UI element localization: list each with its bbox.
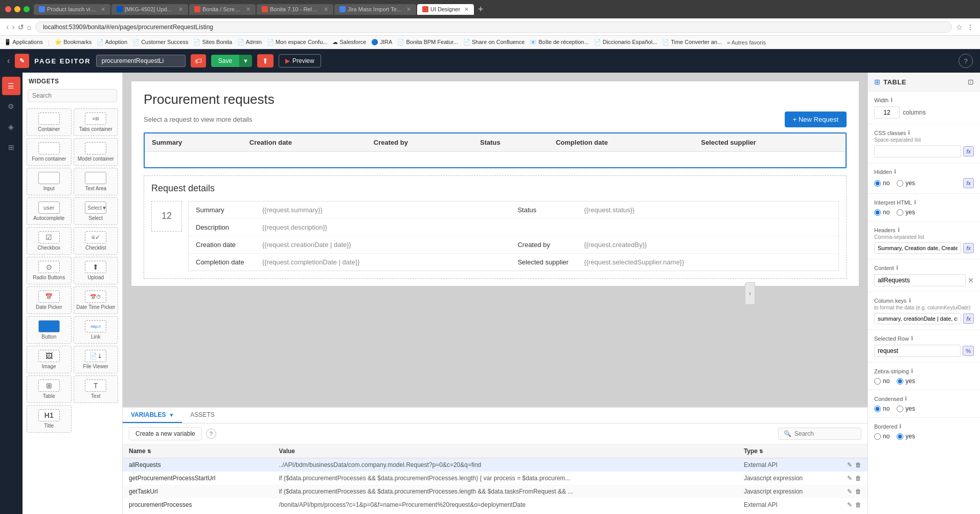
widget-text[interactable]: T Text [74,375,119,403]
sidebar-btn-3[interactable]: ◈ [2,118,20,136]
widget-date-picker[interactable]: 📅 Date Picker [27,286,72,314]
save-dropdown-button[interactable]: ▼ [239,55,252,67]
browser-tab-3[interactable]: Bonita / Screenshots ✕ [189,4,256,15]
selected-row-percent-button[interactable]: % [963,346,974,356]
traffic-light-yellow[interactable] [14,6,20,12]
widget-autocomplete[interactable]: user Autocomplete [27,197,72,225]
variables-col-type[interactable]: Type ⇅ [738,444,868,458]
css-fx-button[interactable]: fx [963,146,974,157]
delete-button-3[interactable]: 🗑 [855,501,861,508]
bookmark-adoption[interactable]: 📄 Adoption [97,39,127,46]
variables-tab-dropdown-icon[interactable]: ▼ [169,412,174,418]
interpret-html-no-radio[interactable] [874,209,881,216]
variables-col-name[interactable]: Name ⇅ [123,444,273,458]
url-bar[interactable]: localhost:53909/bonita/#/en/pages/procur… [35,21,952,33]
widget-radio-buttons[interactable]: ⊙ Radio Buttons [27,257,72,284]
content-clear-button[interactable]: ✕ [968,276,974,284]
widget-button[interactable]: Button [27,316,72,344]
widget-select[interactable]: Select▼ Select [74,197,119,225]
zebra-yes-radio[interactable] [897,378,903,385]
interpret-html-yes-radio[interactable] [897,209,903,216]
widget-input[interactable]: Input [27,168,72,195]
hidden-yes-radio[interactable] [897,180,903,187]
variables-tab-variables[interactable]: VARIABLES ▼ [123,408,182,423]
widget-tabs-container[interactable]: ≡⊞ Tabs container [74,108,119,136]
bookmark-bookmarks[interactable]: ⭐ Bookmarks [55,39,92,46]
sidebar-btn-active[interactable]: ☰ [2,77,20,95]
zebra-no-radio[interactable] [874,378,881,385]
nav-home[interactable]: ⌂ [27,23,31,31]
widget-model-container[interactable]: Model container [74,138,119,166]
bookmark-share-confluence[interactable]: 📄 Share on Confluence [463,39,525,46]
bookmark-sites-bonita[interactable]: 📄 Sites Bonita [193,39,232,46]
selected-row-input[interactable] [874,345,961,357]
widget-file-viewer[interactable]: 📄⤓ File Viewer [74,346,119,373]
variables-tab-assets[interactable]: ASSETS [182,408,222,423]
bookmark-salesforce[interactable]: ☁ Salesforce [332,39,366,46]
bookmark-boite[interactable]: 📧 Boîte de réception... [530,39,589,46]
export-button[interactable]: ⬆ [257,54,274,68]
new-request-button[interactable]: + New Request [785,111,847,127]
page-name-input[interactable] [96,55,186,67]
collapse-right-panel-button[interactable]: › [745,282,755,305]
browser-tab-1[interactable]: Product launch visibility - Goog... ✕ [34,4,110,15]
sidebar-btn-4[interactable]: ⊞ [2,138,20,157]
help-button[interactable]: ? [959,54,973,68]
save-button[interactable]: Save [211,55,239,67]
tag-button[interactable]: 🏷 [191,54,206,68]
widget-checklist[interactable]: ≡✓ Checklist [74,227,119,255]
column-keys-input[interactable] [874,313,961,324]
widget-upload[interactable]: ⬆ Upload [74,257,119,284]
widget-link[interactable]: http:// Link [74,316,119,344]
browser-tab-2[interactable]: [MKG-4502] Update Sourcefor... ✕ [111,4,188,15]
widget-date-time-picker[interactable]: 📅⏱ Date Time Picker [74,286,119,314]
column-keys-fx-button[interactable]: fx [963,314,974,324]
browser-settings[interactable]: ⋮ [967,23,974,31]
bookmark-more[interactable]: » Autres favoris [727,39,766,46]
delete-button-0[interactable]: 🗑 [855,461,861,468]
delete-button-1[interactable]: 🗑 [855,475,861,482]
bordered-yes-radio[interactable] [897,433,903,440]
edit-button-0[interactable]: ✎ [847,461,852,468]
create-variable-button[interactable]: Create a new variable [129,427,202,440]
bookmark-diccionario[interactable]: 📄 Diccionario Español... [594,39,657,46]
widgets-search-input[interactable] [28,89,117,102]
headers-input[interactable] [874,242,961,254]
headers-fx-button[interactable]: fx [963,243,974,253]
bookmark-bonita-bpm[interactable]: 📄 Bonita BPM Featur... [397,39,458,46]
nav-refresh[interactable]: ↺ [18,23,24,31]
hidden-no-radio[interactable] [874,180,881,187]
traffic-light-red[interactable] [5,6,11,12]
bookmark-customer-success[interactable]: 📄 Customer Success [132,39,188,46]
widget-title[interactable]: H1 Title [27,405,72,433]
browser-tab-4[interactable]: Bonita 7.10 - Release notes ✕ [257,4,333,15]
hidden-fx-button[interactable]: fx [963,178,974,188]
widget-table[interactable]: ⊞ Table [27,375,72,403]
bookmark-jira[interactable]: 🔵 JIRA [371,39,392,46]
bookmark-mon-espace[interactable]: 📄 Mon espace Confu... [267,39,328,46]
bookmark-applications[interactable]: 📱 Applications [4,39,43,46]
content-input[interactable] [874,274,966,286]
tab-add-button[interactable]: + [475,4,487,15]
widget-textarea[interactable]: Text Area [74,168,119,195]
width-input[interactable] [874,106,900,119]
browser-tab-6-active[interactable]: UI Designer ✕ [417,4,474,15]
nav-forward[interactable]: › [12,23,14,32]
condensed-no-radio[interactable] [874,406,881,412]
variables-search-input[interactable] [794,430,856,437]
bookmark-time-converter[interactable]: 📄 Time Converter an... [662,39,722,46]
condensed-yes-radio[interactable] [897,406,903,412]
browser-tab-5[interactable]: Jira Mass Import Template - Go... ✕ [334,4,416,15]
bookmark-star[interactable]: ☆ [956,23,963,31]
traffic-light-green[interactable] [24,6,30,12]
sidebar-btn-2[interactable]: ⚙ [2,97,20,116]
edit-button-1[interactable]: ✎ [847,475,852,482]
widget-form-container[interactable]: Form container [27,138,72,166]
help-info-icon[interactable]: ? [206,429,216,439]
widget-checkbox[interactable]: ☑ Checkbox [27,227,72,255]
nav-back[interactable]: ‹ [6,23,9,32]
edit-button-2[interactable]: ✎ [847,488,852,495]
widget-container[interactable]: Container [27,108,72,136]
preview-button[interactable]: ▶ Preview [279,54,321,68]
bordered-no-radio[interactable] [874,433,881,440]
